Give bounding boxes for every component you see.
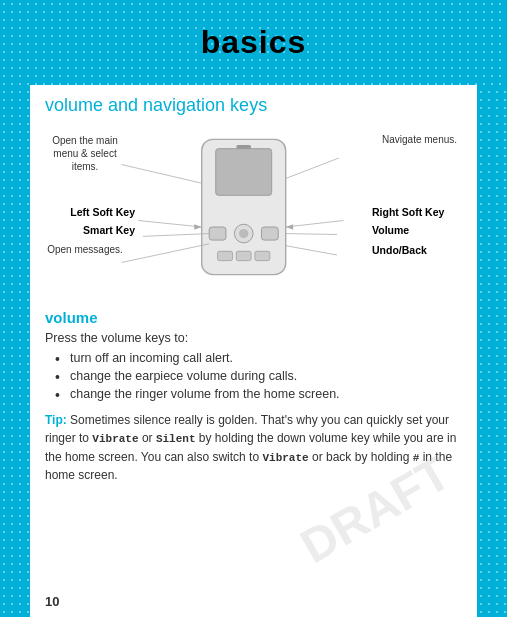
- bullet-item-2: change the earpiece volume during calls.: [55, 369, 462, 383]
- bullet-item-1: turn off an incoming call alert.: [55, 351, 462, 365]
- tip-box: Tip: Sometimes silence really is golden.…: [45, 411, 462, 484]
- tip-text2: or: [139, 431, 156, 445]
- svg-marker-10: [194, 224, 201, 230]
- section-title: volume and navigation keys: [45, 95, 462, 116]
- top-bar: basics: [0, 0, 507, 85]
- left-panel: [0, 0, 30, 617]
- svg-rect-3: [209, 227, 226, 240]
- svg-marker-12: [286, 224, 293, 230]
- svg-rect-2: [236, 145, 251, 149]
- label-right-soft-key: Right Soft Key: [372, 206, 462, 218]
- label-volume-key: Volume: [372, 224, 462, 236]
- svg-line-7: [121, 165, 201, 184]
- svg-line-13: [143, 234, 209, 237]
- svg-rect-4: [261, 227, 278, 240]
- label-open-messages: Open messages.: [45, 244, 125, 255]
- page-container: basics volume and navigation keys: [0, 0, 507, 617]
- svg-rect-1: [216, 149, 272, 196]
- svg-line-16: [286, 246, 337, 255]
- page-title: basics: [201, 24, 307, 61]
- tip-silent: Silent: [156, 433, 196, 445]
- svg-rect-0: [202, 139, 286, 274]
- svg-line-8: [286, 158, 339, 179]
- right-panel: [477, 0, 507, 617]
- svg-point-6: [239, 229, 248, 238]
- tip-vibrate1: Vibrate: [92, 433, 138, 445]
- tip-text4: or back by holding: [309, 450, 413, 464]
- volume-bullets: turn off an incoming call alert. change …: [45, 351, 462, 401]
- svg-line-14: [286, 234, 337, 235]
- volume-intro: Press the volume keys to:: [45, 331, 462, 345]
- tip-vibrate2: Vibrate: [262, 452, 308, 464]
- svg-rect-19: [236, 251, 251, 260]
- svg-rect-18: [255, 251, 270, 260]
- bullet-item-3: change the ringer volume from the home s…: [55, 387, 462, 401]
- right-panel-dots: [477, 0, 507, 617]
- svg-line-11: [286, 220, 344, 227]
- label-smart-key: Smart Key: [45, 224, 135, 236]
- tip-label: Tip:: [45, 413, 67, 427]
- main-content: volume and navigation keys: [30, 85, 477, 617]
- svg-line-15: [121, 244, 209, 263]
- nav-diagram: Open the main menu & select items. Navig…: [45, 126, 462, 301]
- svg-point-5: [234, 224, 253, 243]
- label-undo-back: Undo/Back: [372, 244, 462, 256]
- svg-rect-17: [218, 251, 233, 260]
- page-number: 10: [45, 594, 59, 609]
- svg-line-9: [138, 220, 201, 227]
- label-open-main-menu: Open the main menu & select items.: [45, 134, 125, 173]
- label-left-soft-key: Left Soft Key: [45, 206, 135, 218]
- left-panel-dots: [0, 0, 30, 617]
- label-navigate-menus: Navigate menus.: [382, 134, 462, 145]
- volume-section-title: volume: [45, 309, 462, 326]
